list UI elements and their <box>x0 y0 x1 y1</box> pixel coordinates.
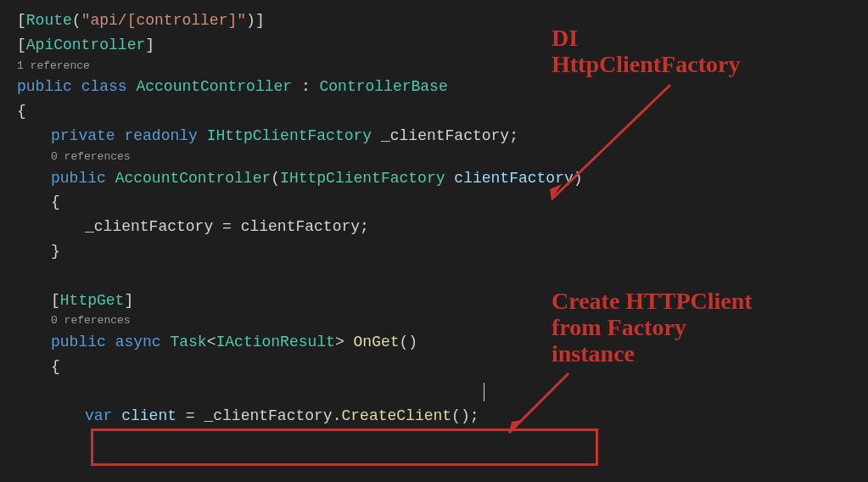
param-type: IHttpClientFactory <box>280 170 445 187</box>
annotation-di: DI HttpClientFactory <box>552 25 740 78</box>
anno-text: from Factory <box>552 315 753 341</box>
apicontroller-type: ApiController <box>26 36 145 53</box>
kw-var: var <box>85 407 112 424</box>
attr-bracket: [ <box>17 12 26 29</box>
iactionresult-type: IActionResult <box>216 333 334 350</box>
equals: = <box>213 218 240 235</box>
highlight-box <box>91 429 598 466</box>
method-call: CreateClient <box>341 407 451 424</box>
kw-public: public <box>51 333 106 350</box>
code-line[interactable]: public class AccountController : Control… <box>17 75 868 99</box>
task-type: Task <box>170 333 206 350</box>
attr-bracket: [ <box>17 36 26 53</box>
code-line[interactable]: var client = _clientFactory.CreateClient… <box>17 404 868 429</box>
semicolon: ; <box>470 407 479 424</box>
codelens[interactable]: 1 reference <box>17 58 868 76</box>
base-class: ControllerBase <box>320 78 448 95</box>
equals: = <box>176 407 204 424</box>
dot: . <box>333 407 342 424</box>
codelens[interactable]: 0 references <box>17 149 868 166</box>
paren: ( <box>72 12 81 29</box>
field-name: _clientFactory <box>381 127 509 144</box>
class-name: AccountController <box>136 78 292 95</box>
code-line[interactable]: { <box>17 99 868 124</box>
var-name: client <box>121 407 176 424</box>
annotation-create: Create HTTPClient from Factory instance <box>552 289 753 367</box>
gt: > <box>335 333 344 350</box>
lt: < <box>207 333 216 350</box>
colon: : <box>292 78 319 95</box>
blank-line[interactable] <box>17 264 868 289</box>
code-line[interactable]: { <box>17 190 868 215</box>
code-line[interactable]: [ApiController] <box>17 33 868 58</box>
text-cursor <box>484 383 484 401</box>
attr-bracket: ] <box>124 292 133 309</box>
parens: () <box>400 333 418 350</box>
blank-line[interactable] <box>17 379 868 404</box>
field-ref: _clientFactory <box>85 218 213 235</box>
code-line[interactable]: } <box>17 239 868 264</box>
semicolon: ; <box>360 218 369 235</box>
anno-text: DI <box>552 25 740 52</box>
attr-bracket: [ <box>51 292 60 309</box>
code-line[interactable]: _clientFactory = clientFactory; <box>17 215 868 239</box>
attr-bracket: ] <box>145 36 154 53</box>
code-line[interactable]: public AccountController(IHttpClientFact… <box>17 166 868 191</box>
anno-text: Create HTTPClient <box>552 289 753 315</box>
brace: { <box>51 358 60 375</box>
attr-bracket: ] <box>255 12 265 29</box>
field-ref: _clientFactory <box>204 407 332 424</box>
httpget-type: HttpGet <box>60 292 125 309</box>
method-name: OnGet <box>354 333 400 350</box>
brace: { <box>17 103 26 120</box>
code-line[interactable]: private readonly IHttpClientFactory _cli… <box>17 124 868 149</box>
semicolon: ; <box>509 127 518 144</box>
param-ref: clientFactory <box>241 218 360 235</box>
ctor-name: AccountController <box>115 170 272 187</box>
kw-async: async <box>115 333 161 350</box>
brace: } <box>51 243 60 260</box>
code-line[interactable]: [Route("api/[controller]")] <box>17 8 868 33</box>
paren: ) <box>246 12 255 29</box>
param-name: clientFactory <box>454 170 573 187</box>
parens: () <box>451 407 470 424</box>
brace: { <box>51 193 60 210</box>
kw-readonly: readonly <box>124 127 197 144</box>
route-type: Route <box>26 12 72 29</box>
kw-public: public <box>51 170 106 187</box>
route-string: "api/[controller]" <box>81 12 246 29</box>
paren: ) <box>574 170 583 187</box>
anno-text: HttpClientFactory <box>552 52 740 78</box>
kw-private: private <box>51 127 115 144</box>
kw-class: class <box>81 78 127 95</box>
anno-text: instance <box>552 341 753 367</box>
paren: ( <box>271 170 280 187</box>
kw-public: public <box>17 78 72 95</box>
type-name: IHttpClientFactory <box>207 127 372 144</box>
